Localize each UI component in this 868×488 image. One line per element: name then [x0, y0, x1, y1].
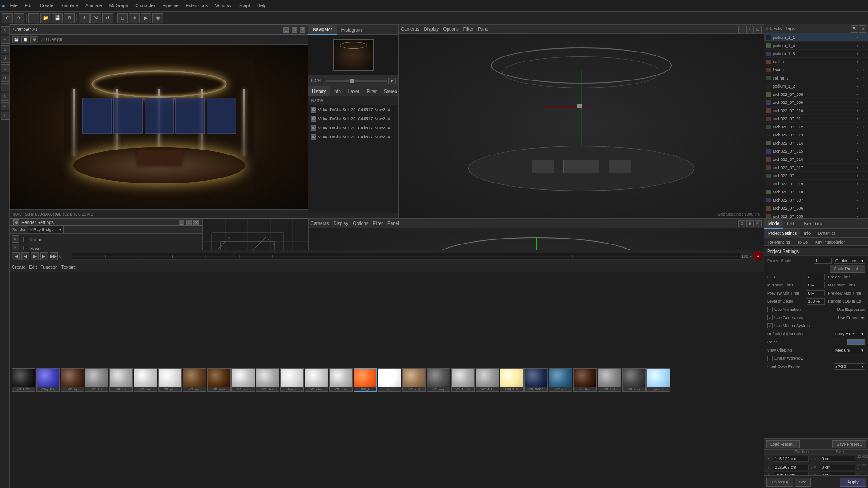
mat-item-25[interactable]: VR_vray: [622, 368, 646, 392]
ps-tab-mode[interactable]: Mode: [764, 219, 783, 229]
vp-tr-panel[interactable]: Panel: [478, 27, 490, 32]
mat-item-9[interactable]: VR_woo: [231, 368, 255, 392]
nav-zoom-expand[interactable]: ▶: [388, 78, 396, 84]
timeline-ruler[interactable]: [72, 253, 740, 260]
ps-dropdown-color-profile[interactable]: sRGB ▾: [834, 363, 865, 370]
ps-check-use-anim[interactable]: [767, 307, 773, 312]
tl-end[interactable]: ▶▶|: [50, 252, 58, 260]
mat-item-11[interactable]: chrome: [280, 368, 304, 392]
obj-lock-icon-16[interactable]: ○: [861, 165, 866, 170]
mat-item-23[interactable]: leather: [573, 368, 597, 392]
mat-item-18[interactable]: VR_ALUM: [451, 368, 475, 392]
ps-value-mintime[interactable]: 0 F: [807, 282, 825, 288]
obj-eye-icon-10[interactable]: ●: [854, 116, 860, 122]
toolbar-ipr[interactable]: ◉: [152, 13, 163, 23]
obj-lock-icon-1[interactable]: ○: [861, 43, 866, 48]
mat-item-20[interactable]: LIGHT_B: [500, 368, 524, 392]
tool-poly[interactable]: ◇: [1, 64, 9, 72]
ps-unit-dropdown[interactable]: Centimeters ▾: [834, 258, 865, 264]
toolbar-move[interactable]: ✛: [79, 13, 90, 23]
obj-eye-icon-18[interactable]: ●: [854, 181, 860, 187]
mat-item-16[interactable]: VR_text: [402, 368, 426, 392]
nav-zoom-handle[interactable]: [350, 79, 354, 83]
mat-item-17[interactable]: VR_vray: [427, 368, 450, 392]
obj-item-21[interactable]: arch022_07_006 ● ○: [764, 204, 868, 212]
mat-item-2[interactable]: VR_lig: [61, 368, 84, 392]
rt-save[interactable]: 💾: [12, 36, 20, 43]
obj-item-17[interactable]: arch022_07 ● ○: [764, 172, 868, 180]
mat-texture[interactable]: Texture: [61, 265, 76, 270]
ps-color-swatch[interactable]: [847, 339, 865, 345]
obj-lock-icon-12[interactable]: ○: [861, 132, 866, 138]
tool-rotate[interactable]: ↺: [1, 55, 9, 63]
tool-knife[interactable]: ✂: [1, 102, 9, 110]
obj-item-12[interactable]: arch022_07_013 ● ○: [764, 131, 868, 139]
obj-item-15[interactable]: arch022_07_016 ● ○: [764, 155, 868, 164]
mat-item-13[interactable]: VR_chro: [329, 368, 353, 392]
toolbar-scale[interactable]: ⇲: [90, 13, 101, 23]
ps-btn-load-preset[interactable]: Load Preset...: [766, 440, 800, 448]
obj-eye-icon-5[interactable]: ●: [854, 75, 860, 81]
viewport-top-right-canvas[interactable]: Grid Spacing : 1000 cm: [399, 34, 764, 218]
ps-subtab-project[interactable]: Project Settings: [764, 229, 800, 238]
vp-tr-display[interactable]: Display: [424, 27, 439, 32]
obj-lock-icon-9[interactable]: ○: [861, 108, 866, 113]
rs-sidebar-btn-1[interactable]: ⊕: [12, 235, 19, 243]
bcb-object-btn[interactable]: Object (B): [766, 478, 793, 487]
toolbar-rotate[interactable]: ↺: [102, 13, 113, 23]
ps-check-linear-wf[interactable]: [767, 356, 773, 361]
obj-eye-icon-8[interactable]: ●: [854, 100, 860, 105]
ps-tab-userdata[interactable]: User Data: [798, 219, 826, 229]
vbc-icon-1[interactable]: ⊡: [738, 220, 745, 227]
mat-item-26[interactable]: glass_1: [646, 368, 670, 392]
bcb-size-btn[interactable]: Size: [795, 478, 811, 487]
obj-header-objects[interactable]: Objects: [766, 26, 782, 31]
obj-lock-icon-2[interactable]: ○: [861, 51, 866, 56]
mat-item-22[interactable]: VR_tex: [549, 368, 572, 392]
obj-item-6[interactable]: podium_1_2 ● ○: [764, 82, 868, 90]
menu-animate[interactable]: Animate: [84, 3, 104, 8]
vbc-canvas[interactable]: Grid Spacing : 100 cm: [309, 228, 764, 250]
wireframe-viewport[interactable]: Grid Spacing : 1000 cm: [202, 219, 308, 250]
ps-btn-save-preset[interactable]: Save Preset...: [832, 440, 866, 448]
tc-x-pos[interactable]: 115.129 cm: [774, 456, 809, 462]
nav-subtab-history[interactable]: History: [308, 86, 330, 96]
toolbar-render[interactable]: ▶: [141, 13, 151, 23]
tool-point[interactable]: ·: [1, 83, 9, 91]
menu-character[interactable]: Character: [133, 3, 157, 8]
toolbar-undo[interactable]: ↶: [2, 13, 13, 23]
history-item-0[interactable]: 3D VirtualTvChatSet_20_C4dR17_Vray3_4_Ma…: [308, 105, 398, 114]
menu-create[interactable]: Create: [38, 3, 55, 8]
rs-renderer-dropdown[interactable]: V-Ray Bridge ▾: [28, 226, 64, 233]
obj-item-22[interactable]: arch022_07_005 ● ○: [764, 212, 868, 218]
obj-item-14[interactable]: arch022_07_015 ● ○: [764, 147, 868, 155]
obj-lock-icon-22[interactable]: ○: [861, 214, 866, 219]
menu-extensions[interactable]: Extensions: [184, 3, 210, 8]
obj-item-8[interactable]: arch022_07_009 ● ○: [764, 99, 868, 107]
obj-item-16[interactable]: arch022_07_017 ● ○: [764, 164, 868, 172]
tl-record[interactable]: ●: [754, 252, 762, 260]
nav-subtab-info[interactable]: Info: [330, 86, 344, 96]
obj-item-18[interactable]: arch022_07_019 ● ○: [764, 180, 868, 188]
obj-eye-icon-3[interactable]: ●: [854, 59, 860, 65]
obj-eye-icon-7[interactable]: ●: [854, 92, 860, 97]
vp-tr-cameras[interactable]: Cameras: [401, 27, 420, 32]
ps-value-preview-min[interactable]: 0 F: [807, 290, 825, 296]
ps-subtab-dynamics[interactable]: Dynamics: [814, 229, 840, 238]
tool-scale[interactable]: ⇲: [1, 45, 9, 53]
menu-pipeline[interactable]: Pipeline: [160, 3, 180, 8]
menu-help[interactable]: Help: [255, 3, 269, 8]
nav-subtab-filter[interactable]: Filter: [363, 86, 380, 96]
obj-eye-icon-12[interactable]: ●: [854, 132, 860, 138]
mat-item-1[interactable]: VRay_ligh: [36, 368, 60, 392]
ps-check-use-motion[interactable]: [767, 323, 773, 328]
ps-subtab-keyinterp[interactable]: Key Interpolation: [811, 238, 849, 247]
ps-value-lod[interactable]: 100 %: [807, 298, 825, 305]
apply-button[interactable]: Apply: [840, 478, 866, 487]
vp-tr-icon-3[interactable]: ◱: [755, 26, 762, 33]
obj-eye-icon-6[interactable]: ●: [854, 84, 860, 89]
obj-item-0[interactable]: podium_1_1 ● ○: [764, 33, 868, 42]
obj-item-4[interactable]: floor_1 ● ○: [764, 66, 868, 74]
nav-tab-histogram[interactable]: Histogram: [337, 25, 367, 35]
ps-dropdown-view-clipping[interactable]: Medium ▾: [834, 347, 865, 353]
